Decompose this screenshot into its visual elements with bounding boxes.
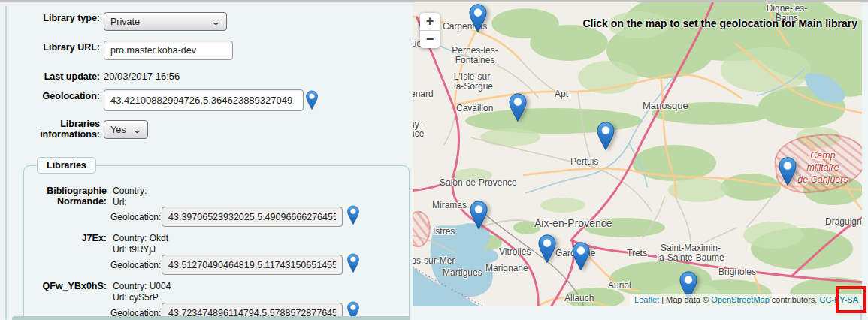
libraries-informations-select[interactable]: Yes ⌄ [104,120,148,139]
map-marker-icon[interactable] [509,93,527,122]
library-type-value: Private [110,17,140,27]
libraries-fieldset-legend: Libraries [37,157,96,174]
library-item-name: Bibliographie Normande: [28,186,107,207]
library-item-url: Url: t9RYjJ [113,244,156,255]
geolocation-map[interactable]: jueCarpentrasPernes-les- FontainesL'Isle… [413,2,862,306]
annotation-highlight [836,286,866,313]
map-place-label: L'Isle-sur- la-Sorgue [443,72,504,92]
zoom-in-button[interactable]: + [420,13,440,31]
library-item-geolocation-input[interactable] [162,207,343,227]
map-marker-icon[interactable] [572,242,590,271]
library-item-country: Country: [113,186,147,196]
map-place-label: Auriol [608,281,631,291]
library-item-name: J7Ex: [28,233,107,243]
map-heading: Click on the map to set the geolocation … [582,17,857,29]
library-item-url: Url: cyS5rP [113,292,159,303]
chevron-down-icon: ⌄ [132,125,143,134]
map-place-label: Cavaillon [456,104,493,113]
libraries-informations-label: Libraries informations: [34,119,100,140]
library-item-geolocation-label: Geolocation: [110,212,161,222]
map-place-label: Miramas [432,201,467,210]
map-place-label: Apt [555,89,568,99]
last-update-value: 20/03/2017 16:56 [104,71,180,82]
map-place-label: Martigues [443,268,482,278]
koha-library-edit-page: Library type: Private ⌄ Library URL: Las… [0,0,868,320]
geolocation-input[interactable] [104,89,304,111]
leaflet-link[interactable]: Leaflet [634,295,659,304]
geolocation-marker-icon[interactable] [347,205,359,226]
library-item-name: QFw_YBx0hS: [28,281,107,291]
map-place-label: Salon-de-Provence [440,178,517,188]
last-update-label: Last update: [0,71,100,82]
map-place-label: Vitrolles [499,247,531,257]
attribution-text: contributors, [770,295,820,304]
libraries-informations-value: Yes [110,125,126,135]
map-place-label: Brignoles [718,267,756,277]
chevron-down-icon: ⌄ [210,17,222,26]
library-item-url: Url: [113,197,127,207]
map-marker-icon[interactable] [538,234,556,264]
geolocation-label: Geolocation: [0,91,100,101]
map-place-label: Marignane [485,264,528,273]
library-type-select[interactable]: Private ⌄ [104,12,227,31]
attribution-text: | Map data © [659,295,711,304]
map-zoom-control: + − [420,13,440,48]
map-place-label: Allauch [564,294,594,303]
map-place-label: Manosque [643,101,688,110]
library-type-label: Library type: [0,13,100,23]
library-item-geolocation-label: Geolocation: [110,260,161,270]
map-place-label: Saint-Maximin- la-Sainte-Baume [647,243,734,263]
map-marker-icon[interactable] [469,4,487,33]
library-item-country: Country: U004 [113,281,171,291]
bottom-toolbar-edge [12,316,410,320]
map-marker-icon[interactable] [597,122,615,151]
outer-fieldset-left-border [5,6,7,320]
libraries-fieldset: Libraries Bibliographie Normande: Countr… [23,165,410,320]
map-place-label: Trets [627,249,647,258]
openstreetmap-link[interactable]: OpenStreetMap [711,295,770,304]
map-marker-icon[interactable] [779,157,797,186]
map-place-label: Aix-en-Provence [534,219,612,228]
library-item-country: Country: Okdt [113,233,168,243]
geolocation-marker-icon[interactable] [306,90,318,111]
map-place-label: Istres [433,227,455,237]
map-marker-icon[interactable] [470,201,488,230]
library-url-input[interactable] [104,41,233,60]
map-place-label: nce [413,129,424,139]
library-item-geolocation-input[interactable] [162,255,343,275]
map-attribution: Leaflet | Map data © OpenStreetMap contr… [630,294,862,306]
zoom-out-button[interactable]: − [420,31,440,48]
library-url-label: Library URL: [0,42,100,53]
geolocation-marker-icon[interactable] [347,253,359,274]
map-place-label: Fos-sur-Mer [413,256,455,266]
map-place-label: Draguigna [825,217,862,227]
map-place-label: Pertuis [570,157,598,167]
map-place-label: Pernes-les- Fontaines [444,46,506,65]
map-place-label: enard [413,89,434,99]
